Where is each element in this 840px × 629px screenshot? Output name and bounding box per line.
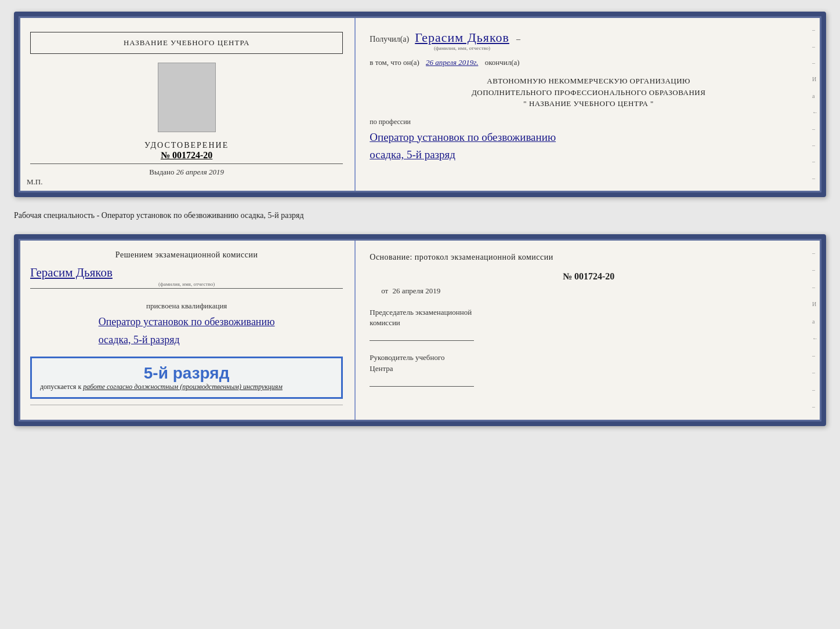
vtom-date: 26 апреля 2019г. <box>426 58 478 67</box>
ot-date: от 26 апреля 2019 <box>370 286 808 296</box>
bottom-cert-right: Основание: протокол экзаменационной коми… <box>356 239 821 421</box>
cert-number: № 001724-20 <box>144 150 229 161</box>
top-certificate: НАЗВАНИЕ УЧЕБНОГО ЦЕНТРА УДОСТОВЕРЕНИЕ №… <box>14 12 826 197</box>
predsedatel-signature-line <box>370 333 474 341</box>
predsedatel-text: Председатель экзаменационной комиссии <box>370 307 808 328</box>
page-wrapper: НАЗВАНИЕ УЧЕБНОГО ЦЕНТРА УДОСТОВЕРЕНИЕ №… <box>14 12 826 426</box>
prisvoena-text: присвоена квалификация <box>146 301 227 311</box>
dopusk-italic: работе согласно должностным (производств… <box>83 383 283 391</box>
vtom-line: в том, что он(а) 26 апреля 2019г. окончи… <box>370 58 808 67</box>
fio-sublabel-top: (фамилия, имя, отчество) <box>415 45 509 51</box>
mp-label-bottom <box>30 405 343 408</box>
proto-number: № 001724-20 <box>370 271 808 282</box>
stamp-box: 5-й разряд допускается к работе согласно… <box>30 357 343 399</box>
resheniem-text: Решением экзаменационной комиссии <box>115 250 258 260</box>
vydano-date: 26 апреля 2019 <box>176 168 224 176</box>
recipient-name-top: Герасим Дьяков <box>415 30 509 45</box>
po-professii-label: по профессии <box>370 118 808 126</box>
side-dashes-top: – – – И а ← – – – – <box>812 16 818 192</box>
cert-number-section: УДОСТОВЕРЕНИЕ № 001724-20 <box>144 141 229 161</box>
bottom-cert-left: Решением экзаменационной комиссии Гераси… <box>19 239 356 421</box>
side-dashes-bottom: – – – И а ← – – – – <box>812 239 818 421</box>
stamp-dopusk: допускается к работе согласно должностны… <box>40 383 333 391</box>
rukovoditel-text: Руководитель учебного Центра <box>370 352 808 373</box>
top-cert-right: Получил(а) Герасим Дьяков (фамилия, имя,… <box>356 16 821 192</box>
vydano-line: Выдано 26 апреля 2019 <box>30 163 343 177</box>
fio-sublabel-bottom: (фамилия, имя, отчество) <box>30 281 343 287</box>
rukovoditel-signature-line <box>370 379 474 387</box>
bottom-certificate: Решением экзаменационной комиссии Гераси… <box>14 234 826 426</box>
osnovanie-text: Основание: протокол экзаменационной коми… <box>370 253 808 262</box>
photo-placeholder <box>158 63 216 132</box>
specialnost-line: Рабочая специальность - Оператор установ… <box>14 208 826 224</box>
stamp-rank: 5-й разряд <box>40 364 333 383</box>
qualification-bottom: Оператор установок по обезвоживанию осад… <box>99 313 275 348</box>
recipient-name-bottom: Герасим Дьяков <box>30 266 343 280</box>
top-cert-left: НАЗВАНИЕ УЧЕБНОГО ЦЕНТРА УДОСТОВЕРЕНИЕ №… <box>19 16 356 192</box>
org-text: АВТОНОМНУЮ НЕКОММЕРЧЕСКУЮ ОРГАНИЗАЦИЮ ДО… <box>370 75 808 110</box>
school-name-top: НАЗВАНИЕ УЧЕБНОГО ЦЕНТРА <box>30 32 343 54</box>
poluchil-line: Получил(а) Герасим Дьяков (фамилия, имя,… <box>370 30 808 51</box>
profession-top: Оператор установок по обезвоживанию осад… <box>370 129 808 164</box>
udostoverenie-label: УДОСТОВЕРЕНИЕ <box>144 141 229 150</box>
mp-label: М.П. <box>27 177 42 187</box>
